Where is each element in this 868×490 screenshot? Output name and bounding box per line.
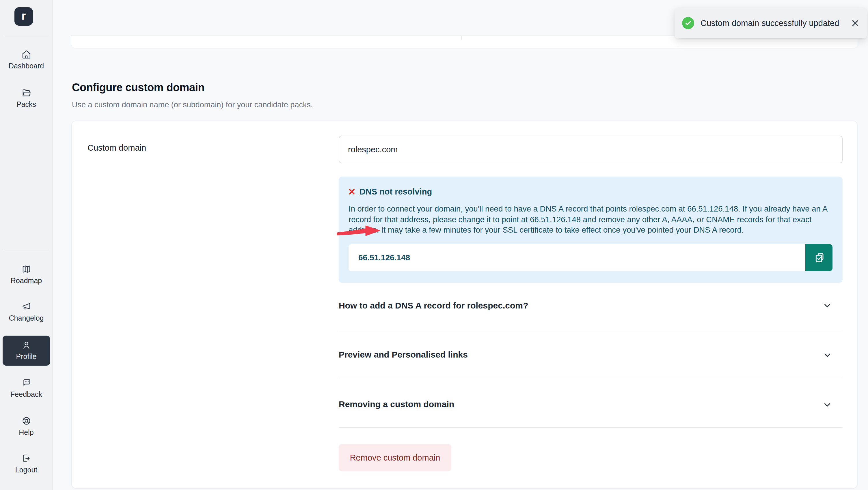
sidebar-item-roadmap[interactable]: Roadmap — [0, 264, 53, 285]
custom-domain-input[interactable] — [339, 136, 843, 163]
page-title: Configure custom domain — [72, 81, 205, 94]
sidebar-item-packs[interactable]: Packs — [0, 88, 53, 108]
accordion-divider — [339, 427, 843, 428]
accordion-removing-domain-chevron[interactable] — [823, 400, 832, 411]
chat-bubble-icon — [22, 378, 31, 388]
accordion-label-suffix: ? — [523, 301, 528, 310]
custom-domain-card: Custom domain ✕ DNS not resolving In ord… — [71, 121, 858, 489]
sidebar-item-changelog[interactable]: Changelog — [0, 302, 53, 322]
app-root: r Dashboard Packs Roadmap Changelog Prof… — [0, 0, 868, 490]
app-logo[interactable]: r — [14, 7, 33, 26]
home-icon — [22, 50, 31, 59]
sidebar-divider-bottom — [4, 250, 49, 250]
app-logo-letter: r — [22, 10, 26, 23]
map-icon — [22, 264, 31, 274]
red-x-icon: ✕ — [348, 187, 356, 197]
sidebar-item-profile[interactable]: Profile — [3, 336, 50, 366]
accordion-preview-links-header[interactable]: Preview and Personalised links — [339, 350, 468, 360]
page-subtitle: Use a custom domain name (or subdomain) … — [72, 100, 313, 109]
toast-notification: Custom domain successfully updated — [675, 8, 867, 38]
sidebar-item-dashboard[interactable]: Dashboard — [0, 50, 53, 70]
toast-message: Custom domain successfully updated — [701, 19, 844, 28]
sidebar-item-label: Logout — [15, 466, 37, 474]
ip-address-field: 66.51.126.148 — [348, 244, 833, 271]
ip-address-value: 66.51.126.148 — [348, 253, 410, 262]
megaphone-icon — [22, 302, 31, 312]
sidebar-item-label: Dashboard — [9, 62, 44, 70]
sidebar-item-logout[interactable]: Logout — [0, 454, 53, 474]
sidebar-item-label: Profile — [16, 352, 37, 361]
dns-status-title: DNS not resolving — [360, 187, 432, 197]
accordion-dns-record-chevron[interactable] — [823, 301, 832, 312]
accordion-divider — [339, 378, 843, 378]
accordion-label-prefix: How to add a DNS A record for — [339, 301, 467, 310]
chevron-down-icon — [823, 400, 832, 410]
accordion-removing-domain-header[interactable]: Removing a custom domain — [339, 399, 454, 409]
user-icon — [22, 340, 31, 350]
sidebar-item-help[interactable]: Help — [0, 416, 53, 436]
chevron-down-icon — [823, 301, 832, 311]
red-arrow-annotation — [336, 222, 381, 240]
accordion-divider — [339, 331, 843, 331]
clipboard-check-icon — [813, 252, 825, 264]
dns-status-infobox: ✕ DNS not resolving In order to connect … — [339, 176, 843, 283]
sidebar-item-label: Feedback — [10, 390, 42, 398]
accordion-dns-record-header[interactable]: How to add a DNS A record for rolespec.c… — [339, 301, 528, 311]
dns-status-row: ✕ DNS not resolving — [348, 187, 432, 197]
accordion-preview-links-chevron[interactable] — [823, 350, 832, 361]
sidebar: r Dashboard Packs Roadmap Changelog Prof… — [0, 0, 53, 490]
toast-close-button[interactable] — [851, 19, 860, 28]
lifebuoy-icon — [22, 416, 31, 426]
dns-status-body: In order to connect your domain, you'll … — [348, 204, 833, 235]
table-column-divider — [461, 36, 462, 40]
logout-icon — [22, 454, 31, 463]
accordion-label-domain: rolespec.com — [467, 301, 523, 310]
success-check-icon — [682, 17, 694, 29]
close-x-icon — [851, 19, 860, 28]
sidebar-item-feedback[interactable]: Feedback — [0, 378, 53, 398]
sidebar-item-label: Help — [19, 428, 33, 436]
copy-ip-button[interactable] — [805, 244, 833, 271]
chevron-down-icon — [823, 350, 832, 360]
remove-custom-domain-button[interactable]: Remove custom domain — [339, 444, 451, 471]
sidebar-item-label: Packs — [17, 100, 36, 108]
main-content: Configure custom domain Use a custom dom… — [53, 0, 868, 490]
custom-domain-label: Custom domain — [88, 143, 146, 153]
sidebar-divider-top — [4, 35, 49, 35]
sidebar-item-label: Changelog — [9, 314, 44, 322]
sidebar-item-label: Roadmap — [11, 276, 42, 285]
folder-icon — [22, 88, 31, 98]
